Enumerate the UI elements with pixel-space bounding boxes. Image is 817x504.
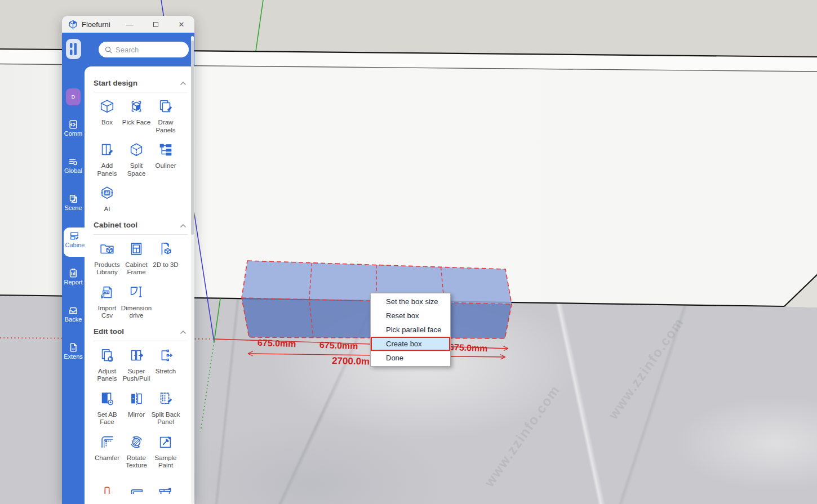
sidebar-item-global[interactable]: Global	[62, 155, 85, 182]
global-settings-icon	[68, 157, 78, 167]
set-ab-face-icon	[99, 390, 116, 409]
sidebar-item-label: Scene	[62, 204, 85, 211]
tool-box[interactable]: Box	[92, 98, 122, 134]
2d-to-3d-icon	[157, 240, 174, 260]
outliner-icon	[157, 141, 174, 160]
search-input[interactable]: Search	[99, 42, 189, 57]
tool-split-space[interactable]: Split Space	[122, 141, 151, 177]
chevron-up-icon[interactable]	[180, 327, 187, 337]
super-push-pull-icon	[128, 347, 145, 366]
tool-bench[interactable]	[122, 477, 151, 498]
tool-label: 2D to 3D	[153, 261, 178, 269]
green-axis-lower	[214, 298, 220, 342]
tool-label: Cabinet Frame	[122, 261, 151, 276]
tool-label: Products Librariy	[92, 261, 122, 276]
sidebar-item-backe[interactable]: Backe	[62, 304, 85, 331]
split-back-panel-icon	[157, 390, 174, 409]
tool-grid: BoxPick FaceDraw PanelsAdd PanelsSplit S…	[92, 98, 189, 213]
menu-item-create-box[interactable]: Create box	[371, 337, 450, 351]
sidebar-item-report[interactable]: Report	[62, 267, 85, 294]
section-header-edit-tool[interactable]: Edit tool	[94, 327, 187, 337]
green-axis-upper	[256, 0, 263, 51]
dimension-label-segment: 675.0mm	[319, 340, 358, 351]
svg-text:CSV: CSV	[103, 290, 109, 293]
window-title: Floefurni	[82, 20, 117, 29]
tool-split-back-panel[interactable]: Split Back Panel	[151, 390, 180, 426]
tool-chamfer[interactable]: Chamfer	[92, 434, 122, 470]
sidebar-item-label: Global	[62, 167, 85, 174]
table-leg-icon	[99, 477, 116, 496]
tool-long-table[interactable]	[151, 477, 180, 498]
tool-table-leg[interactable]	[92, 477, 122, 498]
tool-adjust-panels[interactable]: Adjust Panels	[92, 347, 122, 383]
tool-2d-to-3d[interactable]: 2D to 3D	[151, 240, 180, 276]
section-header-cabinet-tool[interactable]: Cabinet tool	[94, 220, 187, 230]
mirror-icon	[128, 390, 145, 409]
scrollbar[interactable]	[191, 36, 194, 504]
tool-label: Split Back Panel	[151, 411, 180, 426]
tool-products-librariy[interactable]: Products Librariy	[92, 240, 122, 276]
sidebar-item-cabine[interactable]: Cabine	[64, 228, 85, 257]
tool-stretch[interactable]: Stretch	[151, 347, 180, 383]
tool-grid: Products LibrariyCabinet Frame2D to 3DCS…	[92, 240, 189, 320]
search-placeholder: Search	[116, 46, 139, 54]
report-clipboard-icon	[68, 268, 78, 278]
tool-ai[interactable]: AIAI	[92, 185, 122, 213]
maximize-button[interactable]	[143, 16, 168, 33]
application-window: www.zzinfo.com www.zzinfo.com	[0, 0, 817, 504]
tool-ouliner[interactable]: Ouliner	[151, 141, 180, 177]
menu-item-pick-parallel-face[interactable]: Pick parallel face	[371, 323, 450, 337]
scrollbar-thumb[interactable]	[191, 41, 194, 235]
tool-label: Rotate Texture	[122, 454, 151, 470]
tool-dimension-drive[interactable]: Dimension drive	[122, 284, 151, 320]
user-badge[interactable]: D	[66, 88, 81, 105]
menu-item-done[interactable]: Done	[371, 351, 450, 365]
tool-label: Add Panels	[92, 162, 122, 177]
sidebar-item-comm[interactable]: Comm	[62, 118, 85, 145]
draw-panels-icon	[157, 98, 174, 117]
sidebar-item-scene[interactable]: Scene	[62, 193, 85, 220]
chamfer-icon	[99, 434, 116, 453]
add-panels-icon	[99, 141, 116, 160]
tool-mirror[interactable]: Mirror	[122, 390, 151, 426]
dimension-label-segment: 675.0mm	[449, 342, 488, 354]
tool-super-push-pull[interactable]: Super Push/Pull	[122, 347, 151, 383]
search-icon	[105, 46, 112, 53]
section-header-start-design[interactable]: Start design	[94, 78, 187, 88]
chevron-up-icon[interactable]	[180, 78, 187, 88]
window-titlebar[interactable]: Floefurni — ✕	[62, 16, 194, 33]
tool-sample-paint[interactable]: Sample Paint	[151, 434, 180, 470]
minimize-button[interactable]: —	[117, 16, 143, 33]
dimension-label-segment: 675.0mm	[257, 338, 296, 349]
sidebar-item-label: Extens	[62, 353, 85, 360]
tool-draw-panels[interactable]: Draw Panels	[151, 98, 180, 134]
tool-label: AI	[104, 206, 110, 213]
extension-doc-icon	[68, 342, 78, 353]
rotate-texture-icon	[128, 434, 145, 453]
dimension-drive-icon	[128, 284, 145, 303]
panel-header: Search	[62, 33, 194, 66]
menu-item-set-the-box-size[interactable]: Set the box size	[371, 295, 450, 309]
tool-pick-face[interactable]: Pick Face	[122, 98, 151, 134]
close-button[interactable]: ✕	[168, 16, 194, 33]
tool-rotate-texture[interactable]: Rotate Texture	[122, 434, 151, 470]
sidebar-item-extens[interactable]: Extens	[62, 341, 85, 368]
cabinet-icon	[69, 231, 79, 241]
tool-label: Stretch	[156, 368, 176, 376]
pick-face-icon	[128, 98, 145, 117]
floefurni-window: Floefurni — ✕ Sea	[62, 16, 194, 504]
stretch-icon	[157, 347, 174, 366]
tool-set-ab-face[interactable]: Set AB Face	[92, 390, 122, 426]
tool-label: Super Push/Pull	[122, 368, 151, 383]
chevron-up-icon[interactable]	[180, 220, 187, 230]
app-logo	[66, 39, 81, 59]
tool-import-csv[interactable]: CSVImport Csv	[92, 284, 122, 320]
tool-cabinet-frame[interactable]: Cabinet Frame	[122, 240, 151, 276]
menu-item-reset-box[interactable]: Reset box	[371, 309, 450, 323]
green-axis-dotted	[201, 342, 214, 431]
sample-paint-icon	[157, 434, 174, 453]
split-space-icon	[128, 141, 145, 160]
tool-add-panels[interactable]: Add Panels	[92, 141, 122, 177]
box-icon	[99, 98, 116, 117]
tool-label: Import Csv	[92, 305, 122, 320]
